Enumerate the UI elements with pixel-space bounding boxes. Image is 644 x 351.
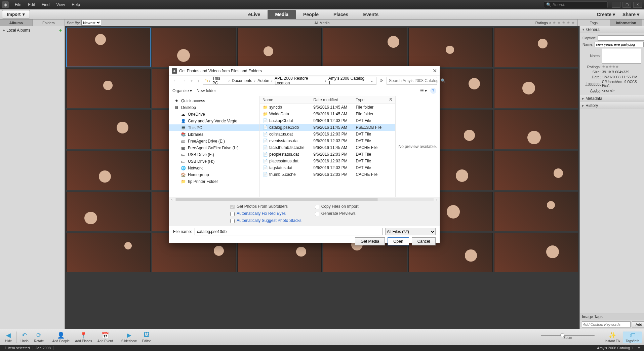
dialog-search[interactable]: 🔍: [387, 77, 437, 85]
name-input[interactable]: [595, 42, 644, 47]
file-row[interactable]: 📄backupCt.dat9/6/2016 12:03 PMDAT File: [260, 117, 395, 124]
photo-thumbnail[interactable]: [66, 110, 151, 149]
chk-redeye[interactable]: Automatically Fix Red Eyes: [230, 211, 301, 216]
col-type[interactable]: Type: [353, 96, 387, 104]
tab-tags[interactable]: Tags: [577, 20, 610, 26]
breadcrumb-item[interactable]: APE 2008 Restore Location: [273, 76, 324, 85]
file-row[interactable]: 📁syncdb9/6/2016 11:45 AMFile folder: [260, 104, 395, 111]
dialog-close-icon[interactable]: ✕: [433, 68, 437, 74]
hide-button[interactable]: ◀Hide: [2, 332, 15, 343]
section-metadata[interactable]: ▶Metadata: [580, 95, 644, 102]
breadcrumb[interactable]: 🗀 › This PC› Documents› Adobe› APE 2008 …: [203, 77, 376, 85]
col-date[interactable]: Date modified: [311, 96, 353, 104]
location-label[interactable]: Location:: [582, 82, 601, 86]
get-media-button[interactable]: Get Media: [355, 237, 385, 245]
tree-item[interactable]: 💻This PC: [169, 124, 259, 131]
star-icon[interactable]: ★: [571, 21, 575, 25]
star-icon[interactable]: ★: [612, 65, 615, 69]
photo-thumbnail[interactable]: [494, 69, 578, 108]
tab-information[interactable]: Information: [610, 20, 642, 26]
sort-by-select[interactable]: Newest: [81, 20, 101, 26]
photo-thumbnail[interactable]: [323, 28, 407, 67]
image-tags-input[interactable]: [582, 321, 631, 327]
file-row[interactable]: 📄eventsstatus.dat9/6/2016 12:03 PMDAT Fi…: [260, 138, 395, 144]
new-folder-button[interactable]: New folder: [197, 88, 216, 93]
menu-view[interactable]: View: [53, 2, 68, 7]
search-field[interactable]: 🔍: [544, 1, 608, 8]
star-icon[interactable]: ★: [609, 65, 612, 69]
slideshow-button[interactable]: ▶Slideshow: [119, 332, 139, 343]
tree-item[interactable]: 📁hp Printer Folder: [169, 178, 259, 185]
recent-dropdown[interactable]: ▾: [189, 78, 194, 83]
maximize-button[interactable]: ▢: [622, 2, 631, 8]
add-places-button[interactable]: 📍Add Places: [72, 332, 95, 343]
file-row[interactable]: 📄placesstatus.dat9/6/2016 12:03 PMDAT Fi…: [260, 158, 395, 164]
nav-tab-places[interactable]: Places: [326, 10, 356, 19]
tree-item[interactable]: 🖴FreeAgent GoFlex Drive (L:): [169, 145, 259, 151]
tree-item[interactable]: 👤Gary and Amy Vande Vegte: [169, 118, 259, 124]
refresh-button[interactable]: ⟳: [378, 78, 385, 83]
create-button[interactable]: Create ▾: [595, 10, 617, 18]
tab-albums[interactable]: Albums: [0, 20, 33, 26]
photo-thumbnail[interactable]: [494, 192, 578, 231]
organize-button[interactable]: Organize ▾: [172, 88, 192, 93]
chk-stacks[interactable]: Automatically Suggest Photo Stacks: [230, 218, 301, 223]
horizontal-scrollbar[interactable]: ‹ ›: [169, 197, 440, 201]
filetype-select[interactable]: All Files (*.*): [385, 228, 436, 235]
star-icon[interactable]: ★: [602, 65, 605, 69]
photo-thumbnail[interactable]: [494, 151, 578, 190]
tree-item[interactable]: 🌐Network: [169, 165, 259, 171]
section-history[interactable]: ▶History: [580, 102, 644, 109]
chk-subfolders[interactable]: Get Photos From Subfolders: [230, 204, 301, 209]
menu-file[interactable]: File: [11, 2, 25, 7]
forward-button[interactable]: →: [180, 78, 187, 83]
breadcrumb-dropdown[interactable]: ⌄: [369, 78, 375, 83]
back-button[interactable]: ←: [172, 78, 178, 83]
dialog-search-input[interactable]: [389, 78, 439, 83]
breadcrumb-item[interactable]: Amy's 2008 Catalog 1: [327, 76, 368, 85]
menu-find[interactable]: Find: [38, 2, 53, 7]
nav-tab-people[interactable]: People: [296, 10, 326, 19]
file-row[interactable]: 📄thumb.5.cache9/6/2016 12:03 PMCACHE Fil…: [260, 171, 395, 178]
star-icon[interactable]: ★: [562, 21, 565, 25]
zoom-thumb[interactable]: [560, 333, 564, 337]
add-event-button[interactable]: 📅Add Event: [95, 332, 116, 343]
photo-thumbnail[interactable]: [66, 151, 151, 190]
zoom-slider[interactable]: Zoom: [537, 335, 598, 340]
star-icon[interactable]: ★: [615, 65, 619, 69]
filename-input[interactable]: [195, 228, 383, 235]
help-icon[interactable]: ?: [430, 88, 436, 94]
photo-thumbnail[interactable]: [66, 69, 151, 108]
up-button[interactable]: ↑: [196, 78, 201, 83]
date-label[interactable]: Date:: [582, 75, 601, 79]
audio-label[interactable]: Audio:: [582, 88, 601, 92]
chk-previews[interactable]: Generate Previews: [315, 211, 359, 216]
photo-thumbnail[interactable]: [494, 233, 578, 272]
breadcrumb-item[interactable]: Adobe: [256, 78, 271, 83]
tab-folders[interactable]: Folders: [33, 20, 65, 26]
caption-input[interactable]: [598, 35, 644, 41]
file-row[interactable]: 📄catalog.pse13db9/6/2016 11:45 AMPSE13DB…: [260, 124, 395, 131]
photo-thumbnail[interactable]: [494, 110, 578, 149]
scrollbar-thumb[interactable]: [176, 198, 377, 201]
cancel-button[interactable]: Cancel: [412, 237, 436, 245]
undo-button[interactable]: ↶Undo: [18, 332, 31, 343]
local-albums-label[interactable]: Local Albums: [6, 28, 30, 33]
file-list[interactable]: Name Date modified Type S 📁syncdb9/6/201…: [260, 96, 395, 197]
tree-item[interactable]: 🏠Homegroup: [169, 171, 259, 178]
chevron-right-icon[interactable]: ▶: [3, 29, 5, 32]
menu-edit[interactable]: Edit: [25, 2, 38, 7]
section-general[interactable]: ▼General: [580, 26, 644, 33]
tree-item[interactable]: 🖴USB Drive (F:): [169, 151, 259, 158]
photo-thumbnail[interactable]: [237, 28, 322, 67]
breadcrumb-item[interactable]: This PC: [211, 76, 228, 85]
tree-item[interactable]: ☁OneDrive: [169, 111, 259, 118]
nav-tab-events[interactable]: Events: [356, 10, 386, 19]
file-row[interactable]: 📁WaldoData9/6/2016 11:45 AMFile folder: [260, 111, 395, 117]
tree-item[interactable]: 🖴FreeAgent Drive (E:): [169, 138, 259, 145]
add-people-button[interactable]: 👤Add People: [49, 332, 72, 343]
photo-thumbnail[interactable]: [152, 28, 236, 67]
photo-thumbnail[interactable]: [408, 28, 493, 67]
scroll-left-icon[interactable]: ‹: [169, 197, 175, 202]
menu-help[interactable]: Help: [68, 2, 83, 7]
